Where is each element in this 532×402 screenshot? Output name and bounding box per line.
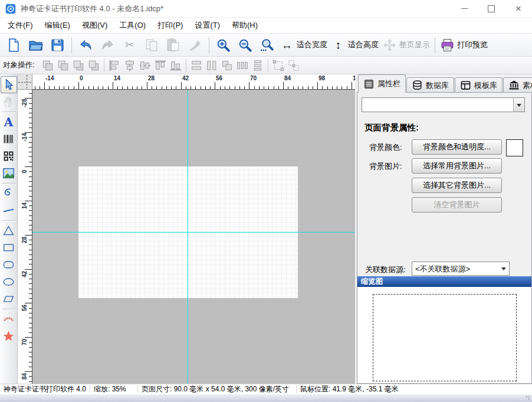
thumbnail-header: 缩览图 bbox=[357, 276, 531, 287]
tab-database[interactable]: 数据库 bbox=[406, 77, 454, 93]
rounded-rectangle-tool-button[interactable] bbox=[1, 256, 17, 273]
datasource-arrow-button[interactable] bbox=[498, 262, 509, 275]
zoom-out-icon bbox=[238, 38, 252, 53]
ellipse-tool-button[interactable] bbox=[1, 273, 17, 290]
bg-color-swatch[interactable] bbox=[506, 139, 523, 156]
menu-bar: 文件(F)编辑(E)视图(V)工具(O)打印(P)设置(T)帮助(H) bbox=[0, 18, 532, 34]
menu-help[interactable]: 帮助(H) bbox=[226, 18, 264, 33]
ungroup-button[interactable] bbox=[286, 58, 301, 73]
menu-edit[interactable]: 编辑(E) bbox=[39, 18, 76, 33]
triangle-tool-icon bbox=[2, 224, 15, 237]
barcode-tool-button[interactable] bbox=[1, 130, 17, 148]
align-bottom-button[interactable] bbox=[168, 58, 183, 73]
object-selector-value[interactable] bbox=[362, 98, 513, 112]
close-icon: × bbox=[515, 4, 521, 14]
maximize-button[interactable] bbox=[478, 0, 505, 17]
tab-templates[interactable]: 模板库 bbox=[455, 77, 503, 93]
new-file-button[interactable] bbox=[3, 36, 25, 54]
menu-file[interactable]: 文件(F) bbox=[2, 18, 39, 33]
align-top-icon bbox=[154, 59, 167, 72]
bring-to-front-button[interactable] bbox=[40, 58, 55, 73]
fit-height-button[interactable]: ↕适合高度 bbox=[329, 36, 380, 54]
align-center-h-button[interactable] bbox=[122, 58, 137, 73]
text-tool-button[interactable]: A bbox=[1, 113, 17, 130]
line-tool-button[interactable] bbox=[1, 202, 17, 219]
zoom-out-button[interactable] bbox=[234, 36, 256, 54]
line-tool-icon bbox=[2, 204, 15, 217]
datasource-combo[interactable]: <不关联数据源> bbox=[412, 262, 510, 276]
close-button[interactable]: × bbox=[505, 0, 532, 17]
redo-button[interactable] bbox=[97, 36, 119, 54]
parallelogram-tool-icon bbox=[2, 293, 15, 305]
menu-settings[interactable]: 设置(T) bbox=[189, 18, 226, 33]
tool-palette: A bbox=[0, 74, 18, 384]
rectangle-tool-button[interactable] bbox=[1, 239, 17, 256]
bring-forward-button[interactable] bbox=[71, 58, 86, 73]
minimize-button[interactable] bbox=[451, 0, 478, 17]
copy-button[interactable] bbox=[140, 36, 162, 54]
status-zoom-level: 缩放: 35% bbox=[90, 384, 137, 394]
star-tool-button[interactable] bbox=[1, 328, 17, 345]
bg-color-button[interactable]: 背景颜色和透明度... bbox=[412, 139, 502, 155]
vertical-ruler: -28-140142842567084 bbox=[18, 90, 32, 384]
tab-materials[interactable]: 素材库 bbox=[503, 77, 532, 93]
fit-page-icon bbox=[382, 38, 397, 53]
seal-tool-button[interactable] bbox=[1, 311, 17, 328]
choose-other-bg-button[interactable]: 选择其它背景图片... bbox=[412, 178, 502, 193]
image-tool-button[interactable] bbox=[1, 165, 17, 182]
distribute-v-button[interactable] bbox=[250, 58, 265, 73]
fit-width-button[interactable]: ↔适合宽度 bbox=[278, 36, 329, 54]
zoom-in-button[interactable] bbox=[212, 36, 234, 54]
select-tool-icon bbox=[2, 79, 15, 91]
object-selector-arrow-button[interactable] bbox=[513, 98, 524, 112]
group-button[interactable] bbox=[271, 58, 286, 73]
align-top-button[interactable] bbox=[153, 58, 168, 73]
paste-button[interactable] bbox=[162, 36, 184, 54]
clear-bg-button[interactable]: 清空背景图片 bbox=[412, 197, 502, 213]
datasource-value[interactable]: <不关联数据源> bbox=[412, 262, 498, 275]
cut-button[interactable]: ✂ bbox=[119, 36, 140, 54]
object-selector-combo[interactable] bbox=[362, 97, 525, 112]
send-to-back-button[interactable] bbox=[55, 58, 71, 73]
same-width-button[interactable] bbox=[189, 58, 204, 73]
save-file-button[interactable] bbox=[47, 36, 68, 54]
menu-view[interactable]: 视图(V) bbox=[76, 18, 113, 33]
same-height-button[interactable] bbox=[204, 58, 219, 73]
align-center-v-button[interactable] bbox=[137, 58, 153, 73]
menu-tools[interactable]: 工具(O) bbox=[113, 18, 152, 33]
text-tool-icon: A bbox=[2, 116, 15, 128]
undo-button[interactable] bbox=[75, 36, 97, 54]
curve-tool-button[interactable] bbox=[1, 185, 17, 202]
tab-properties[interactable]: 属性栏 bbox=[358, 74, 406, 93]
minimize-icon bbox=[461, 8, 468, 9]
save-icon bbox=[50, 38, 65, 53]
fit-page-button[interactable]: 整页显示 bbox=[380, 36, 432, 54]
triangle-tool-button[interactable] bbox=[1, 222, 17, 239]
zoom-ratio-button[interactable] bbox=[256, 36, 278, 54]
h-ruler-label: 14 bbox=[114, 75, 120, 81]
resize-grip[interactable] bbox=[526, 396, 530, 400]
qrcode-tool-button[interactable] bbox=[1, 148, 17, 165]
qrcode-tool-icon bbox=[2, 150, 15, 162]
copy-icon bbox=[144, 38, 159, 53]
panel-tab-bar: 属性栏数据库模板库素材库 bbox=[358, 75, 532, 93]
app-icon bbox=[5, 4, 16, 14]
align-left-button[interactable] bbox=[107, 58, 122, 73]
h-ruler-label: 70 bbox=[250, 75, 257, 81]
rounded-rect-tool-icon bbox=[2, 259, 15, 271]
delete-button[interactable] bbox=[184, 36, 206, 54]
menu-print[interactable]: 打印(P) bbox=[152, 18, 189, 33]
distribute-h-button[interactable] bbox=[235, 58, 250, 73]
choose-common-bg-button[interactable]: 选择常用背景图片... bbox=[412, 158, 502, 174]
parallelogram-tool-button[interactable] bbox=[1, 290, 17, 308]
select-tool-button[interactable] bbox=[1, 76, 17, 93]
layers-forward-icon bbox=[72, 59, 85, 72]
pan-tool-button[interactable] bbox=[1, 93, 17, 110]
v-ruler-label: 42 bbox=[21, 269, 28, 280]
print-preview-button[interactable]: 打印预览 bbox=[438, 36, 490, 54]
design-canvas[interactable] bbox=[32, 90, 355, 384]
open-file-button[interactable] bbox=[25, 36, 47, 54]
layers-back-icon bbox=[57, 59, 70, 72]
same-size-button[interactable] bbox=[219, 58, 235, 73]
send-backward-button[interactable] bbox=[86, 58, 101, 73]
